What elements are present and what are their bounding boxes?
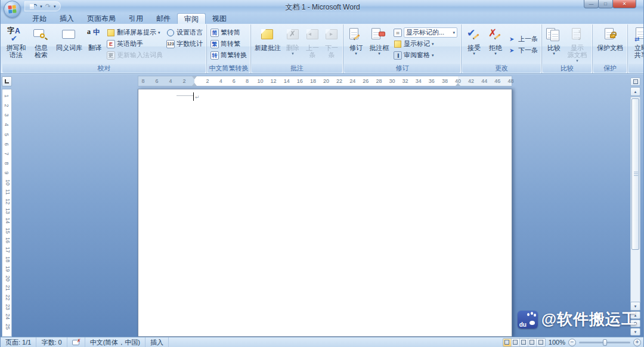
spelling-grammar-icon: 字 A ✔ bbox=[7, 27, 25, 43]
translate-button[interactable]: a 中 翻译 bbox=[85, 26, 105, 63]
reject-button[interactable]: ✗ 拒绝 ▾ bbox=[485, 26, 506, 63]
balloons-button[interactable]: 批注框 ▾ bbox=[367, 26, 392, 63]
ribbon-group-changes: ✔ 接受 ▾ ✗ 拒绝 ▾ ➤ 上一条 bbox=[462, 24, 542, 73]
scrollbar-thumb[interactable] bbox=[631, 98, 639, 250]
vertical-ruler[interactable]: 1234567891011121314151617181920212223242… bbox=[2, 89, 12, 337]
web-layout-view-button[interactable] bbox=[520, 339, 528, 346]
ruler-number: 24 bbox=[349, 78, 355, 84]
tab-insert[interactable]: 插入 bbox=[53, 13, 80, 24]
display-for-review-combo[interactable]: 显示标记的... ▾ bbox=[404, 27, 457, 38]
ruler-number: 17 bbox=[5, 247, 11, 253]
english-assistant-button[interactable]: E 英语助手 bbox=[105, 38, 165, 49]
maximize-icon: □ bbox=[604, 1, 607, 7]
show-markup-button[interactable]: 显示标记 ▾ bbox=[392, 38, 459, 49]
spellcheck-status[interactable]: ✗ bbox=[67, 337, 85, 347]
baidu-logo-text: du bbox=[519, 321, 527, 328]
tab-stop-selector-button[interactable] bbox=[2, 76, 12, 86]
set-language-button[interactable]: 设置语言 bbox=[165, 27, 205, 38]
word-count-indicator[interactable]: 字数: 0 bbox=[36, 337, 67, 347]
scrollbar-track[interactable] bbox=[630, 97, 640, 311]
next-comment-icon: ▸ bbox=[323, 27, 340, 43]
tab-home[interactable]: 开始 bbox=[26, 13, 53, 24]
zoom-out-button[interactable]: − bbox=[568, 339, 576, 346]
dropdown-caret-icon: ▾ bbox=[576, 58, 578, 63]
document-page[interactable]: ↵ bbox=[138, 89, 512, 337]
ruler-toggle-button[interactable] bbox=[630, 78, 640, 86]
insert-mode-indicator[interactable]: 插入 bbox=[145, 337, 169, 347]
zoom-slider-thumb[interactable] bbox=[603, 339, 607, 346]
previous-change-button[interactable]: ➤ 上一条 bbox=[506, 33, 540, 45]
ruler-number: 10 bbox=[257, 78, 263, 84]
share-now-button[interactable]: ⇄ 立即共享 bbox=[630, 26, 644, 63]
reviewing-pane-button[interactable]: ▐ 审阅窗格 ▾ bbox=[392, 49, 459, 61]
word-count-button[interactable]: 123 字数统计 bbox=[165, 38, 205, 49]
compare-button[interactable]: 比较 ▾ bbox=[544, 26, 564, 63]
spelling-grammar-button[interactable]: 字 A ✔ 拼写和语法 bbox=[4, 26, 29, 63]
fullscreen-reading-view-button[interactable] bbox=[512, 339, 520, 346]
protect-document-button[interactable]: 保护文档 bbox=[595, 26, 626, 63]
zoom-level[interactable]: 100% bbox=[549, 339, 565, 346]
draft-view-button[interactable] bbox=[537, 339, 545, 346]
ruler-number: 18 bbox=[310, 78, 316, 84]
ruler-number: 8 bbox=[246, 78, 249, 84]
next-change-button[interactable]: ➤ 下一条 bbox=[506, 45, 540, 56]
status-bar: 页面: 1/1 字数: 0 ✗ 中文(简体，中国) 插入 100% − + bbox=[1, 337, 644, 347]
ruler-number: 13 bbox=[5, 208, 11, 214]
zoom-in-button[interactable]: + bbox=[633, 339, 641, 346]
tab-view[interactable]: 视图 bbox=[206, 13, 233, 24]
new-comment-button[interactable]: 新建批注 bbox=[253, 26, 283, 63]
ruler-number: 2 bbox=[182, 78, 185, 84]
ruler-number: 23 bbox=[5, 304, 11, 310]
thesaurus-button[interactable]: 同义词库 bbox=[54, 26, 85, 63]
traditional-to-simplified-icon: 简 bbox=[210, 29, 219, 37]
group-label-compare[interactable]: 比较 bbox=[543, 64, 592, 73]
office-button[interactable] bbox=[4, 1, 21, 18]
share-now-icon: ⇄ bbox=[632, 27, 644, 43]
scroll-up-button[interactable]: ▲ bbox=[630, 87, 640, 96]
outline-view-button[interactable] bbox=[528, 339, 537, 346]
page-indicator[interactable]: 页面: 1/1 bbox=[1, 337, 36, 347]
research-button[interactable]: 信息检索 bbox=[29, 26, 54, 63]
next-change-icon: ➤ bbox=[508, 47, 516, 55]
simplified-to-traditional-icon: 繁 bbox=[210, 40, 219, 48]
minimize-button[interactable]: — bbox=[584, 0, 599, 8]
web-layout-icon bbox=[521, 340, 526, 345]
horizontal-ruler[interactable]: 8642 24681012141618202224262830323436384… bbox=[138, 76, 512, 86]
ruler-number: 38 bbox=[442, 78, 448, 84]
accept-button[interactable]: ✔ 接受 ▾ bbox=[463, 26, 485, 63]
show-markup-icon bbox=[394, 40, 402, 48]
zoom-slider[interactable] bbox=[579, 342, 630, 343]
tab-references[interactable]: 引用 bbox=[122, 13, 150, 24]
language-indicator[interactable]: 中文(简体，中国) bbox=[85, 337, 145, 347]
translation-screentip-button[interactable]: 翻译屏幕提示 ▾ bbox=[105, 27, 165, 38]
group-label-tracking[interactable]: 修订 bbox=[344, 64, 460, 73]
hanging-indent-marker[interactable] bbox=[192, 80, 197, 86]
group-label-proofing[interactable]: 校对 bbox=[2, 64, 206, 73]
group-label-protect[interactable]: 保护 bbox=[593, 64, 627, 73]
group-label-changes[interactable]: 更改 bbox=[462, 64, 541, 73]
track-changes-button[interactable]: 修订 ▾ bbox=[345, 26, 367, 63]
set-language-icon bbox=[166, 29, 175, 37]
tab-mailings[interactable]: 邮件 bbox=[150, 13, 177, 24]
print-layout-view-button[interactable] bbox=[503, 339, 512, 346]
ruler-number: 4 bbox=[219, 78, 222, 84]
close-button[interactable]: ✕ bbox=[612, 0, 636, 8]
ribbon-group-compare: 比较 ▾ 12 显示源文档 ▾ 比较 bbox=[542, 24, 593, 73]
simplified-to-traditional-button[interactable]: 繁 简转繁 bbox=[209, 38, 249, 49]
maximize-button[interactable]: □ bbox=[598, 0, 613, 8]
display-for-review-row: ▤ 显示标记的... ▾ bbox=[392, 27, 459, 38]
previous-comment-button: ◂ 上一条 bbox=[303, 26, 322, 63]
ruler-number: 3 bbox=[4, 114, 10, 117]
ribbon-group-proofing: 字 A ✔ 拼写和语法 信息检索 bbox=[2, 24, 207, 73]
ruler-number: 40 bbox=[455, 78, 461, 84]
dropdown-caret-icon: ▾ bbox=[355, 51, 357, 55]
group-label-comments[interactable]: 批注 bbox=[252, 64, 342, 73]
traditional-to-simplified-button[interactable]: 简 繁转简 bbox=[209, 27, 249, 38]
tab-page-layout[interactable]: 页面布局 bbox=[80, 13, 122, 24]
group-label-chinese-conversion[interactable]: 中文简繁转换 bbox=[208, 64, 250, 73]
group-label-share[interactable]: 共享 bbox=[628, 64, 644, 73]
english-assistant-icon: E bbox=[107, 40, 115, 48]
chinese-conversion-button[interactable]: 转 简繁转换 bbox=[209, 49, 249, 61]
tab-review[interactable]: 审阅 bbox=[177, 13, 206, 24]
ruler-number: 6 bbox=[4, 142, 10, 145]
